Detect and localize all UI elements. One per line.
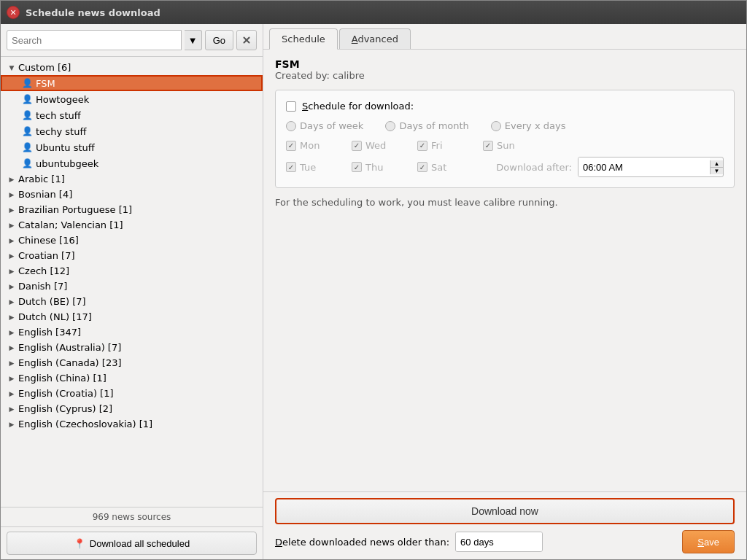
checkbox-tue[interactable]: [286, 162, 296, 172]
radio-btn-every-x-days[interactable]: [491, 121, 501, 131]
expand-arrow-catalan: ▶: [7, 220, 17, 230]
schedule-header: Schedule for download:: [286, 101, 724, 112]
radio-days-of-week-label: Days of week: [300, 120, 363, 131]
day-wed-label: Wed: [365, 140, 386, 151]
radio-btn-days-of-week[interactable]: [286, 121, 296, 131]
tree-label-danish: Danish [7]: [18, 281, 67, 292]
bottom-bar: Download now Delete downloaded news olde…: [263, 491, 746, 559]
user-icon-tech-stuff: 👤: [21, 109, 33, 121]
tree-label-czech: Czech [12]: [18, 265, 69, 276]
radio-btn-days-of-month[interactable]: [385, 121, 395, 131]
delete-spinner[interactable]: ▲ ▼: [455, 532, 543, 552]
save-label: Save: [697, 537, 719, 548]
tree-group-danish[interactable]: ▶ Danish [7]: [1, 279, 263, 294]
day-fri-label: Fri: [431, 140, 443, 151]
info-text: For the scheduling to work, you must lea…: [275, 197, 735, 483]
tree-item-fsm[interactable]: 👤 FSM: [1, 75, 263, 91]
download-after-spinner[interactable]: ▲ ▼: [578, 157, 724, 177]
tree-group-english[interactable]: ▶ English [347]: [1, 324, 263, 340]
tree-item-ubuntubgeek[interactable]: 👤 ubuntubgeek: [1, 155, 263, 171]
tree-group-bosnian[interactable]: ▶ Bosnian [4]: [1, 187, 263, 202]
tree-group-english-hr[interactable]: ▶ English (Croatia) [1]: [1, 386, 263, 401]
checkbox-wed[interactable]: [352, 141, 362, 151]
tree-group-croatian[interactable]: ▶ Croatian [7]: [1, 248, 263, 263]
radio-every-x-days[interactable]: Every x days: [491, 120, 566, 131]
window-title: Schedule news download: [26, 7, 740, 18]
radio-days-of-week[interactable]: Days of week: [286, 120, 363, 131]
tree-item-techy-stuff[interactable]: 👤 techy stuff: [1, 123, 263, 139]
user-icon-howtogeek: 👤: [21, 93, 33, 105]
tree-group-arabic[interactable]: ▶ Arabic [1]: [1, 171, 263, 187]
search-clear-button[interactable]: [236, 30, 257, 50]
search-bar: ▼ Go: [1, 24, 263, 57]
delete-row: Delete downloaded news older than: ▲ ▼: [275, 532, 682, 552]
tree-group-english-cz[interactable]: ▶ English (Czechoslovakia) [1]: [1, 416, 263, 432]
tree-group-chinese[interactable]: ▶ Chinese [16]: [1, 233, 263, 248]
day-tue[interactable]: Tue: [286, 162, 330, 173]
tree-label-croatian: Croatian [7]: [18, 250, 75, 261]
radio-every-x-days-label: Every x days: [505, 120, 566, 131]
radio-days-of-month[interactable]: Days of month: [385, 120, 468, 131]
checkbox-mon[interactable]: [286, 141, 296, 151]
schedule-checkbox[interactable]: [286, 101, 296, 112]
tree-container[interactable]: ▼ Custom [6] 👤 FSM 👤 Howtogeek 👤 tech st…: [1, 57, 263, 507]
search-dropdown-arrow[interactable]: ▼: [185, 30, 202, 50]
tree-item-ubuntu-stuff[interactable]: 👤 Ubuntu stuff: [1, 139, 263, 155]
checkbox-sun[interactable]: [483, 141, 493, 151]
day-mon-label: Mon: [300, 140, 320, 151]
delete-label: Delete downloaded news older than:: [275, 537, 449, 548]
tree-label-chinese: Chinese [16]: [18, 235, 79, 246]
spinner-up[interactable]: ▲: [711, 160, 723, 168]
download-after-input[interactable]: [578, 158, 710, 176]
day-wed[interactable]: Wed: [352, 140, 395, 151]
tree-group-english-cn[interactable]: ▶ English (China) [1]: [1, 370, 263, 386]
checkbox-fri[interactable]: [417, 141, 427, 151]
checkbox-thu[interactable]: [352, 162, 362, 172]
save-button[interactable]: Save: [682, 530, 735, 553]
day-sat[interactable]: Sat: [417, 162, 461, 173]
expand-arrow-bosnian: ▶: [7, 190, 17, 200]
tab-schedule[interactable]: Schedule: [269, 28, 338, 50]
expand-arrow-english: ▶: [7, 327, 17, 338]
tree-group-brazilian[interactable]: ▶ Brazilian Portuguese [1]: [1, 202, 263, 217]
download-now-button[interactable]: Download now: [275, 498, 735, 524]
spinner-down[interactable]: ▼: [711, 168, 723, 174]
tree-group-english-ca[interactable]: ▶ English (Canada) [23]: [1, 355, 263, 370]
tree-label-brazilian: Brazilian Portuguese [1]: [18, 204, 132, 215]
tree-group-czech[interactable]: ▶ Czech [12]: [1, 263, 263, 279]
day-sun[interactable]: Sun: [483, 140, 527, 151]
day-fri[interactable]: Fri: [417, 140, 461, 151]
day-thu-label: Thu: [365, 162, 383, 173]
search-input[interactable]: [7, 30, 182, 50]
tree-group-english-cy[interactable]: ▶ English (Cyprus) [2]: [1, 401, 263, 416]
download-after-label: Download after:: [496, 162, 572, 173]
radio-days-of-month-label: Days of month: [399, 120, 468, 131]
tree-item-tech-stuff[interactable]: 👤 tech stuff: [1, 107, 263, 123]
tree-group-catalan[interactable]: ▶ Catalan; Valencian [1]: [1, 217, 263, 233]
clear-icon: [242, 36, 251, 44]
download-all-button[interactable]: 📍 Download all scheduled: [7, 532, 257, 555]
tree-group-dutch-nl[interactable]: ▶ Dutch (NL) [17]: [1, 309, 263, 324]
expand-arrow-arabic: ▶: [7, 174, 17, 184]
delete-input[interactable]: [456, 532, 543, 551]
checkbox-sat[interactable]: [417, 162, 427, 172]
day-mon[interactable]: Mon: [286, 140, 330, 151]
tree-item-howtogeek[interactable]: 👤 Howtogeek: [1, 91, 263, 107]
tree-group-dutch-be[interactable]: ▶ Dutch (BE) [7]: [1, 294, 263, 309]
left-panel: ▼ Go ▼ Custom [6] 👤: [1, 24, 263, 559]
day-sat-label: Sat: [431, 162, 446, 173]
expand-arrow-chinese: ▶: [7, 236, 17, 246]
search-go-button[interactable]: Go: [205, 30, 233, 50]
day-thu[interactable]: Thu: [352, 162, 395, 173]
tab-advanced[interactable]: Advanced: [339, 28, 411, 49]
tree-group-custom[interactable]: ▼ Custom [6]: [1, 60, 263, 75]
close-button[interactable]: ✕: [7, 6, 20, 19]
tree-label-english-cz: English (Czechoslovakia) [1]: [18, 419, 152, 429]
tree-label-ubuntu-stuff: Ubuntu stuff: [36, 142, 95, 153]
expand-arrow-croatian: ▶: [7, 251, 17, 261]
news-sources-count: 969 news sources: [1, 507, 263, 526]
tree-group-english-au[interactable]: ▶ English (Australia) [7]: [1, 340, 263, 355]
tree-label-dutch-nl: Dutch (NL) [17]: [18, 311, 92, 322]
expand-arrow-english-cz: ▶: [7, 419, 17, 429]
expand-arrow-dutch-nl: ▶: [7, 312, 17, 322]
